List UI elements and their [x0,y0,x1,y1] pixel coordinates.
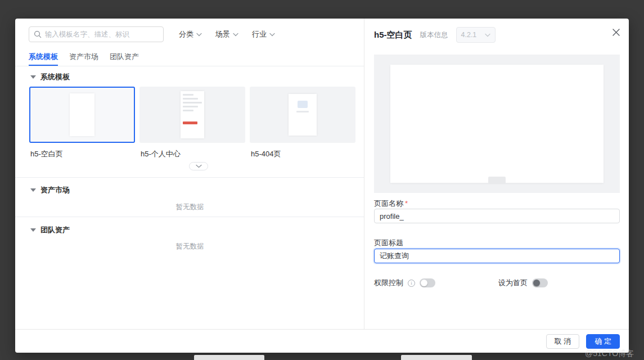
caret-down-icon [30,75,36,79]
section-divider [15,177,364,178]
toggle-knob [421,280,427,286]
template-card-profile[interactable] [139,87,245,143]
section-title: 资产市场 [40,185,70,195]
filter-category[interactable]: 分类 [179,29,202,39]
chevron-down-icon [269,33,275,37]
chevron-down-icon [233,33,238,37]
toggle-row: 权限控制 i 设为首页 [374,278,620,288]
empty-state-text: 暂无数据 [15,202,364,212]
toggle-knob [533,280,540,286]
preview-widget [488,177,506,184]
permission-label: 权限控制 [374,278,403,288]
template-list-panel: 分类 场景 行业 系统模板 资产市场 团队资产 系统模板 [15,19,364,329]
filter-scene-label: 场景 [215,29,230,39]
template-detail-panel: h5-空白页 版本信息 4.2.1 页面名称* 页面标题 权限控制 [364,19,629,329]
filter-scene[interactable]: 场景 [215,29,238,39]
template-name: h5-个人中心 [139,149,245,159]
version-select[interactable]: 4.2.1 [456,27,496,43]
template-cards: h5-空白页 h5-个人中心 [29,87,355,159]
filter-category-label: 分类 [179,29,193,39]
tab-asset-market[interactable]: 资产市场 [69,49,98,66]
caret-down-icon [30,188,36,192]
template-item: h5-空白页 [29,87,135,159]
filter-industry[interactable]: 行业 [252,29,275,39]
background-page-fragment [194,355,264,360]
filter-industry-label: 行业 [252,29,267,39]
search-input[interactable] [45,30,159,38]
template-thumbnail-404 [289,94,317,136]
section-team-assets[interactable]: 团队资产 [30,225,70,235]
section-title: 系统模板 [40,72,70,82]
template-item: h5-个人中心 [139,87,245,159]
template-name: h5-空白页 [29,149,135,159]
background-page-fragment [401,355,472,360]
section-title: 团队资产 [40,225,70,235]
template-item: h5-404页 [250,87,355,159]
detail-title: h5-空白页 [374,30,412,40]
template-name: h5-404页 [250,149,355,159]
permission-control-group: 权限控制 i [374,278,435,288]
version-label: 版本信息 [420,30,448,40]
template-card-blank[interactable] [29,87,135,143]
preview-blank-page [390,65,604,183]
template-thumbnail-profile [181,91,204,138]
homepage-toggle[interactable] [532,278,548,287]
caret-down-icon [30,228,36,232]
template-thumbnail-blank [70,93,94,136]
tabs-divider [15,66,364,66]
confirm-button[interactable]: 确 定 [586,334,620,349]
source-tabs: 系统模板 资产市场 团队资产 [29,49,139,66]
version-value: 4.2.1 [461,31,477,39]
page-name-label: 页面名称* [374,199,408,209]
detail-header: h5-空白页 版本信息 4.2.1 [374,27,496,43]
info-icon[interactable]: i [408,280,415,287]
section-system-templates[interactable]: 系统模板 [30,72,70,82]
dialog-footer: 取 消 确 定 [15,329,629,353]
chevron-down-icon [485,33,490,37]
tab-team-assets[interactable]: 团队资产 [110,49,139,66]
section-divider [15,217,364,217]
chevron-down-icon [196,164,202,168]
required-mark: * [405,199,408,208]
section-asset-market[interactable]: 资产市场 [30,185,70,195]
template-dialog: 分类 场景 行业 系统模板 资产市场 团队资产 系统模板 [15,19,629,353]
empty-state-text: 暂无数据 [15,242,364,251]
page-name-label-text: 页面名称 [374,199,403,208]
close-icon[interactable] [611,28,620,37]
tab-system-templates[interactable]: 系统模板 [29,49,58,66]
template-preview [374,55,620,193]
page-name-input[interactable] [374,209,620,223]
page-title-label: 页面标题 [374,238,403,248]
filter-bar: 分类 场景 行业 [179,26,275,42]
expand-templates-button[interactable] [189,162,208,170]
permission-toggle[interactable] [420,278,435,287]
set-homepage-group: 设为首页 [498,278,548,288]
page-title-input[interactable] [374,249,620,263]
cancel-button[interactable]: 取 消 [546,334,580,349]
search-icon [34,30,42,38]
template-search[interactable] [29,26,164,42]
chevron-down-icon [196,33,202,37]
template-card-404[interactable] [250,87,355,143]
homepage-label: 设为首页 [498,278,528,288]
page-title-label-text: 页面标题 [374,238,403,247]
